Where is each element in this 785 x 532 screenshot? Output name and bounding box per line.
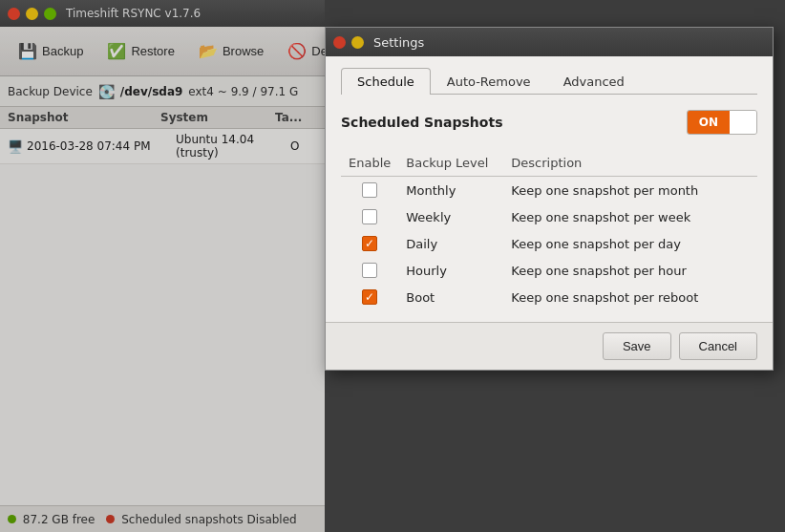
checkbox-boot[interactable] bbox=[362, 289, 377, 305]
enable-cell-monthly bbox=[341, 177, 398, 204]
schedule-row-daily: DailyKeep one snapshot per day bbox=[341, 230, 757, 257]
tab-advanced[interactable]: Advanced bbox=[547, 68, 641, 95]
snapshot-status-indicator: Scheduled snapshots Disabled bbox=[106, 513, 296, 526]
schedule-row-hourly: HourlyKeep one snapshot per hour bbox=[341, 257, 757, 284]
th-backup-level: Backup Level bbox=[398, 150, 503, 177]
dialog-footer: Save Cancel bbox=[326, 322, 773, 370]
restore-icon: ✅ bbox=[106, 41, 127, 62]
snapshot-tag: O bbox=[290, 139, 299, 153]
description-weekly: Keep one snapshot per week bbox=[503, 203, 757, 230]
browse-icon: 📂 bbox=[198, 41, 219, 62]
description-boot: Keep one snapshot per reboot bbox=[503, 284, 757, 310]
checkbox-hourly[interactable] bbox=[362, 263, 377, 278]
app-title: Timeshift RSYNC v1.7.6 bbox=[66, 7, 201, 20]
level-label-daily: Daily bbox=[398, 230, 503, 257]
minimize-button[interactable] bbox=[26, 8, 38, 20]
checkbox-daily[interactable] bbox=[362, 236, 377, 251]
section-title: Scheduled Snapshots bbox=[341, 115, 502, 130]
schedule-row-monthly: MonthlyKeep one snapshot per month bbox=[341, 177, 757, 204]
description-hourly: Keep one snapshot per hour bbox=[503, 257, 757, 284]
header-system: System bbox=[160, 111, 275, 124]
schedule-row-weekly: WeeklyKeep one snapshot per week bbox=[341, 203, 757, 230]
header-snapshot: Snapshot bbox=[8, 111, 160, 124]
th-description: Description bbox=[503, 150, 757, 177]
toggle-switch[interactable]: ON bbox=[687, 110, 757, 135]
description-daily: Keep one snapshot per day bbox=[503, 230, 757, 257]
level-label-weekly: Weekly bbox=[398, 203, 503, 230]
toggle-on-label: ON bbox=[688, 111, 730, 134]
checkbox-weekly[interactable] bbox=[362, 209, 377, 224]
schedule-row-boot: BootKeep one snapshot per reboot bbox=[341, 284, 757, 310]
level-label-monthly: Monthly bbox=[398, 177, 503, 204]
snapshot-row-icon: 🖥️ bbox=[8, 139, 23, 154]
backup-button[interactable]: 💾 Backup bbox=[8, 37, 93, 66]
device-icon: 💽 bbox=[98, 84, 115, 99]
backup-icon: 💾 bbox=[17, 41, 38, 62]
tabs: Schedule Auto-Remove Advanced bbox=[341, 68, 757, 95]
enable-cell-weekly bbox=[341, 203, 398, 230]
close-button[interactable] bbox=[8, 8, 20, 20]
snapshot-row[interactable]: 🖥️ 2016-03-28 07:44 PM Ubuntu 14.04 (tru… bbox=[0, 129, 325, 164]
snapshot-table-header: Snapshot System Ta... bbox=[0, 107, 325, 129]
dialog-titlebar: Settings bbox=[326, 28, 773, 56]
toggle-off-indicator bbox=[730, 111, 756, 134]
tab-schedule[interactable]: Schedule bbox=[341, 68, 431, 95]
settings-dialog: Settings Schedule Auto-Remove Advanced S… bbox=[325, 27, 774, 371]
maximize-button[interactable] bbox=[44, 8, 56, 20]
device-bar: Backup Device 💽 /dev/sda9 ext4 ~ 9.9 / 9… bbox=[0, 76, 325, 107]
enable-cell-boot bbox=[341, 284, 398, 310]
schedule-table: Enable Backup Level Description MonthlyK… bbox=[341, 150, 757, 310]
device-name: /dev/sda9 bbox=[120, 85, 183, 98]
device-details: ext4 ~ 9.9 / 97.1 G bbox=[188, 85, 298, 98]
main-titlebar: Timeshift RSYNC v1.7.6 bbox=[0, 0, 325, 27]
free-space-text: 87.2 GB free bbox=[23, 513, 95, 526]
dialog-close-button[interactable] bbox=[333, 36, 346, 49]
snapshot-status-dot bbox=[106, 515, 115, 523]
browse-button[interactable]: 📂 Browse bbox=[188, 37, 273, 66]
free-space-dot bbox=[8, 515, 16, 523]
level-label-boot: Boot bbox=[398, 284, 503, 310]
status-bar: 87.2 GB free Scheduled snapshots Disable… bbox=[0, 505, 325, 532]
delete-icon: 🚫 bbox=[286, 41, 308, 62]
level-label-hourly: Hourly bbox=[398, 257, 503, 284]
save-button[interactable]: Save bbox=[603, 332, 671, 360]
tab-auto-remove[interactable]: Auto-Remove bbox=[431, 68, 547, 95]
th-enable: Enable bbox=[341, 150, 398, 177]
checkbox-monthly[interactable] bbox=[362, 182, 377, 198]
snapshot-system: Ubuntu 14.04 (trusty) bbox=[176, 133, 290, 160]
restore-button[interactable]: ✅ Restore bbox=[96, 37, 184, 66]
header-tags: Ta... bbox=[275, 111, 317, 124]
enable-cell-hourly bbox=[341, 257, 398, 284]
section-header: Scheduled Snapshots ON bbox=[341, 110, 757, 135]
toolbar: 💾 Backup ✅ Restore 📂 Browse 🚫 De... bbox=[0, 27, 325, 76]
enable-cell-daily bbox=[341, 230, 398, 257]
snapshot-date: 2016-03-28 07:44 PM bbox=[27, 139, 176, 153]
cancel-button[interactable]: Cancel bbox=[679, 332, 757, 360]
free-space-indicator: 87.2 GB free bbox=[8, 513, 95, 526]
description-monthly: Keep one snapshot per month bbox=[503, 177, 757, 204]
main-window: Timeshift RSYNC v1.7.6 💾 Backup ✅ Restor… bbox=[0, 0, 325, 532]
dialog-title: Settings bbox=[373, 35, 424, 50]
dialog-body: Schedule Auto-Remove Advanced Scheduled … bbox=[326, 56, 773, 322]
snapshot-status-text: Scheduled snapshots Disabled bbox=[121, 513, 297, 526]
dialog-min-button[interactable] bbox=[351, 36, 364, 49]
device-label: Backup Device bbox=[8, 85, 93, 98]
